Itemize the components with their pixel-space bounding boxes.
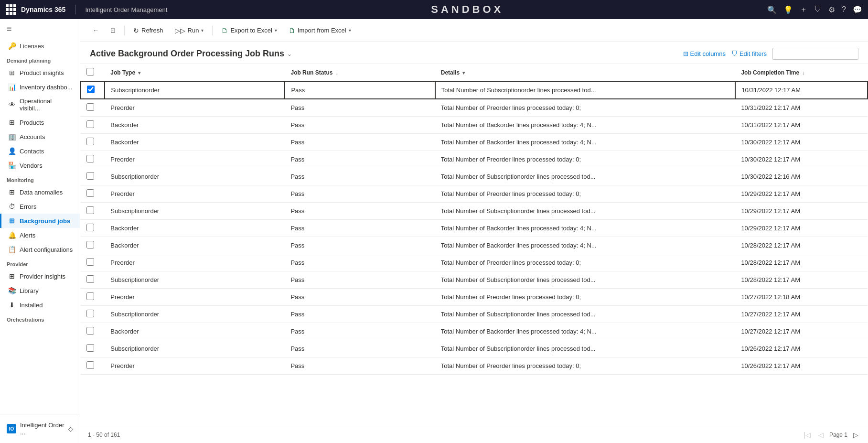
add-icon[interactable]: ＋ <box>800 5 807 15</box>
table-row[interactable]: Subscriptionorder Pass Total Number of S… <box>81 81 868 99</box>
col-header-job-type[interactable]: Job Type ▾ <box>105 64 285 81</box>
table-row[interactable]: Backorder Pass Total Number of Backorder… <box>81 134 868 151</box>
page-title-chevron-icon[interactable]: ⌄ <box>287 51 292 57</box>
row-checkbox[interactable] <box>86 310 94 317</box>
row-checkbox-cell[interactable] <box>81 237 105 254</box>
row-checkbox-cell[interactable] <box>81 357 105 375</box>
row-checkbox[interactable] <box>86 155 94 162</box>
sidebar-item-inventory-dashboard[interactable]: 📊 Inventory dashbo... <box>0 80 80 94</box>
row-checkbox[interactable] <box>86 258 94 266</box>
table-row[interactable]: Subscriptionorder Pass Total Number of S… <box>81 340 868 357</box>
import-dropdown-icon[interactable]: ▾ <box>349 28 351 33</box>
export-excel-button[interactable]: 🗋 Export to Excel ▾ <box>216 24 281 37</box>
lightbulb-icon[interactable]: 💡 <box>783 5 793 14</box>
row-checkbox[interactable] <box>86 327 94 335</box>
search-icon[interactable]: 🔍 <box>767 5 777 14</box>
import-excel-button[interactable]: 🗋 Import from Excel ▾ <box>284 24 356 37</box>
row-checkbox-cell[interactable] <box>81 185 105 203</box>
table-row[interactable]: Preorder Pass Total Number of Preorder l… <box>81 99 868 117</box>
run-dropdown-icon[interactable]: ▾ <box>201 28 204 33</box>
filter-funnel-icon[interactable]: ⛉ <box>814 5 822 14</box>
first-page-button[interactable]: |◁ <box>802 430 813 440</box>
row-checkbox[interactable] <box>87 86 95 93</box>
sidebar-item-products[interactable]: ⊞ Products <box>0 115 80 130</box>
table-row[interactable]: Subscriptionorder Pass Total Number of S… <box>81 306 868 323</box>
settings-icon[interactable]: ⚙ <box>828 5 835 14</box>
table-row[interactable]: Subscriptionorder Pass Total Number of S… <box>81 271 868 289</box>
row-checkbox-cell[interactable] <box>81 306 105 323</box>
row-checkbox[interactable] <box>86 241 94 249</box>
row-checkbox[interactable] <box>86 172 94 180</box>
next-page-button[interactable]: ▷ <box>851 430 860 440</box>
table-row[interactable]: Preorder Pass Total Number of Preorder l… <box>81 185 868 203</box>
table-row[interactable]: Subscriptionorder Pass Total Number of S… <box>81 168 868 185</box>
table-row[interactable]: Subscriptionorder Pass Total Number of S… <box>81 203 868 220</box>
edit-columns-button[interactable]: ⊟ Edit columns <box>683 50 726 57</box>
row-checkbox[interactable] <box>86 138 94 145</box>
sidebar-item-licenses[interactable]: 🔑 Licenses <box>0 39 80 53</box>
sidebar-item-data-anomalies[interactable]: ⊞ Data anomalies <box>0 185 80 199</box>
row-checkbox-cell[interactable] <box>81 323 105 340</box>
row-checkbox-cell[interactable] <box>81 81 105 99</box>
row-checkbox-cell[interactable] <box>81 289 105 306</box>
row-checkbox-cell[interactable] <box>81 117 105 134</box>
chat-icon[interactable]: 💬 <box>853 5 862 14</box>
row-checkbox[interactable] <box>86 120 94 128</box>
row-checkbox-cell[interactable] <box>81 134 105 151</box>
sidebar-item-accounts[interactable]: 🏢 Accounts <box>0 130 80 144</box>
select-all-checkbox[interactable] <box>86 68 94 76</box>
brand-label[interactable]: Dynamics 365 <box>21 6 65 13</box>
export-dropdown-icon[interactable]: ▾ <box>275 28 277 33</box>
row-checkbox[interactable] <box>86 275 94 283</box>
sidebar-item-provider-insights[interactable]: ⊞ Provider insights <box>0 269 80 283</box>
sidebar-item-alert-configurations[interactable]: 📋 Alert configurations <box>0 242 80 257</box>
sidebar-item-alerts[interactable]: 🔔 Alerts <box>0 228 80 242</box>
waffle-menu[interactable] <box>6 4 16 15</box>
sidebar-hamburger[interactable]: ≡ <box>0 19 80 39</box>
row-checkbox[interactable] <box>86 224 94 231</box>
row-checkbox[interactable] <box>86 361 94 369</box>
row-checkbox[interactable] <box>86 103 94 111</box>
search-input[interactable] <box>772 48 858 60</box>
select-all-header[interactable] <box>81 64 105 81</box>
row-checkbox-cell[interactable] <box>81 340 105 357</box>
row-checkbox-cell[interactable] <box>81 203 105 220</box>
row-checkbox[interactable] <box>86 344 94 352</box>
table-row[interactable]: Backorder Pass Total Number of Backorder… <box>81 220 868 237</box>
table-row[interactable]: Backorder Pass Total Number of Backorder… <box>81 323 868 340</box>
sidebar-bottom-io[interactable]: IO Intelligent Order ... ◇ <box>0 418 80 439</box>
col-header-status[interactable]: Job Run Status ↓ <box>285 64 435 81</box>
back-button[interactable]: ← <box>88 24 104 36</box>
sidebar-item-contacts[interactable]: 👤 Contacts <box>0 144 80 158</box>
row-checkbox-cell[interactable] <box>81 220 105 237</box>
row-checkbox[interactable] <box>86 206 94 214</box>
table-row[interactable]: Backorder Pass Total Number of Backorder… <box>81 237 868 254</box>
table-row[interactable]: Preorder Pass Total Number of Preorder l… <box>81 151 868 168</box>
row-checkbox[interactable] <box>86 292 94 300</box>
row-checkbox-cell[interactable] <box>81 168 105 185</box>
col-header-completion-time[interactable]: Job Completion Time ↓ <box>735 64 868 81</box>
table-row[interactable]: Backorder Pass Total Number of Backorder… <box>81 117 868 134</box>
row-checkbox-cell[interactable] <box>81 151 105 168</box>
col-header-details[interactable]: Details ▾ <box>435 64 736 81</box>
row-checkbox-cell[interactable] <box>81 271 105 289</box>
sidebar-item-vendors[interactable]: 🏪 Vendors <box>0 158 80 173</box>
run-button[interactable]: ▷▷ Run ▾ <box>170 24 209 37</box>
table-row[interactable]: Preorder Pass Total Number of Preorder l… <box>81 254 868 271</box>
sidebar-item-background-jobs[interactable]: ⊞ Background jobs <box>0 214 80 228</box>
page-icon-button[interactable]: ⊡ <box>106 24 120 36</box>
row-checkbox[interactable] <box>86 189 94 197</box>
prev-page-button[interactable]: ◁ <box>816 430 825 440</box>
table-row[interactable]: Preorder Pass Total Number of Preorder l… <box>81 357 868 375</box>
sidebar-item-product-insights[interactable]: ⊞ Product insights <box>0 65 80 80</box>
row-checkbox-cell[interactable] <box>81 99 105 117</box>
sidebar-item-operational-visibility[interactable]: 👁 Operational visibil... <box>0 94 80 115</box>
edit-filters-button[interactable]: ⛉ Edit filters <box>731 50 767 57</box>
sidebar-item-errors[interactable]: ⏱ Errors <box>0 199 80 214</box>
refresh-button[interactable]: ↻ Refresh <box>129 24 168 37</box>
row-checkbox-cell[interactable] <box>81 254 105 271</box>
sidebar-item-installed[interactable]: ⬇ Installed <box>0 298 80 312</box>
help-icon[interactable]: ? <box>842 5 846 14</box>
table-row[interactable]: Preorder Pass Total Number of Preorder l… <box>81 289 868 306</box>
sidebar-item-library[interactable]: 📚 Library <box>0 283 80 298</box>
